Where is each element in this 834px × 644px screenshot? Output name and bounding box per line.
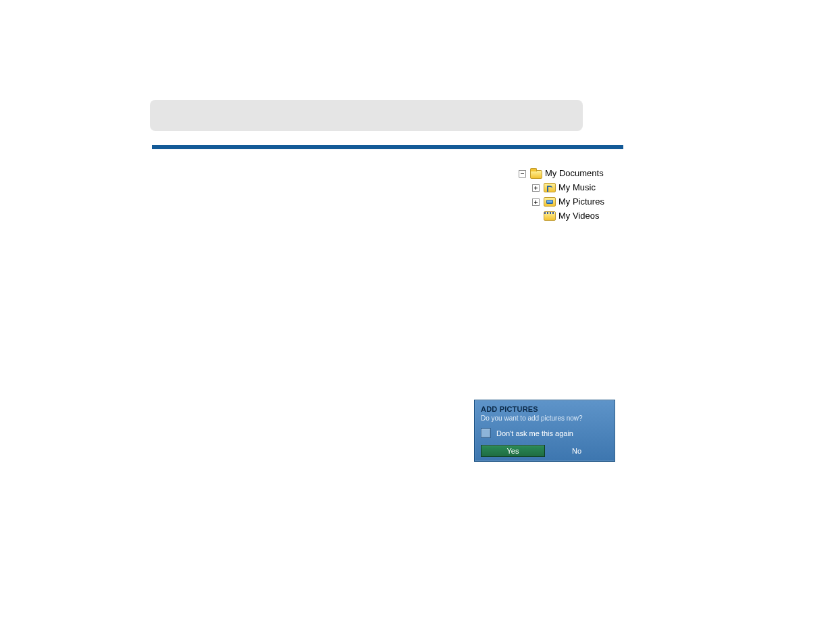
tree-item-label: My Documents bbox=[545, 168, 604, 179]
dialog-subtitle: Do you want to add pictures now? bbox=[481, 414, 608, 422]
empty-banner bbox=[150, 100, 583, 131]
section-divider bbox=[152, 145, 623, 149]
no-button-label: No bbox=[572, 447, 581, 455]
dialog-checkbox-row: Don't ask me this again bbox=[481, 428, 608, 438]
dont-ask-checkbox[interactable] bbox=[481, 428, 491, 438]
tree-item-label: My Videos bbox=[558, 211, 599, 221]
pictures-folder-icon bbox=[544, 197, 556, 207]
yes-button-label: Yes bbox=[507, 447, 519, 455]
collapse-icon[interactable] bbox=[519, 170, 526, 178]
dialog-button-row: Yes No bbox=[481, 445, 608, 457]
tree-item-my-videos[interactable]: My Videos bbox=[519, 209, 604, 223]
expand-icon[interactable] bbox=[532, 198, 540, 206]
videos-folder-icon bbox=[544, 211, 556, 221]
tree-item-my-pictures[interactable]: My Pictures bbox=[519, 195, 604, 209]
expand-icon[interactable] bbox=[532, 184, 540, 192]
tree-item-label: My Music bbox=[558, 182, 596, 193]
music-folder-icon bbox=[544, 183, 556, 192]
dont-ask-label: Don't ask me this again bbox=[496, 429, 573, 437]
yes-button[interactable]: Yes bbox=[481, 445, 545, 457]
add-pictures-dialog: ADD PICTURES Do you want to add pictures… bbox=[474, 400, 615, 462]
tree-item-my-documents[interactable]: My Documents bbox=[519, 167, 604, 180]
tree-item-label: My Pictures bbox=[558, 196, 604, 207]
tree-item-my-music[interactable]: My Music bbox=[519, 181, 604, 194]
no-button[interactable]: No bbox=[545, 445, 608, 457]
folder-tree: My Documents My Music My Pictures My Vid… bbox=[519, 167, 604, 223]
folder-open-icon bbox=[530, 170, 542, 179]
tree-spacer bbox=[532, 213, 540, 220]
dialog-title: ADD PICTURES bbox=[481, 405, 608, 413]
